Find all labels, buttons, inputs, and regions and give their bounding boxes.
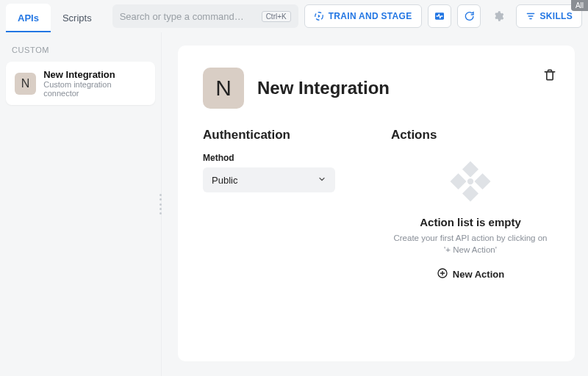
svg-point-2	[467, 178, 473, 184]
new-action-button[interactable]: New Action	[437, 267, 504, 281]
chat-button[interactable]	[457, 4, 481, 28]
new-action-label: New Action	[453, 269, 504, 280]
search-box[interactable]: Ctrl+K	[112, 4, 298, 28]
train-and-stage-label: TRAIN AND STAGE	[329, 11, 412, 21]
empty-subtitle: Create your first API action by clicking…	[391, 233, 550, 256]
sidebar: CUSTOM N New Integration Custom integrat…	[0, 32, 162, 376]
skills-label: SKILLS	[540, 11, 573, 21]
corner-tag: All	[571, 0, 588, 11]
panel-header: N New Integration	[203, 68, 550, 109]
activity-button[interactable]	[428, 4, 451, 28]
sidebar-item-new-integration[interactable]: N New Integration Custom integration con…	[6, 62, 155, 105]
search-shortcut: Ctrl+K	[262, 11, 291, 22]
topbar: APIs Scripts Ctrl+K TRAIN AND STAGE SKIL…	[0, 0, 588, 32]
method-label: Method	[203, 153, 362, 163]
train-and-stage-button[interactable]: TRAIN AND STAGE	[304, 4, 422, 28]
delete-button[interactable]	[539, 65, 560, 85]
sidebar-item-subtitle: Custom integration connector	[43, 80, 146, 98]
main-content: N New Integration Authentication Method …	[162, 32, 588, 376]
sidebar-section-custom: CUSTOM	[6, 43, 155, 62]
plus-circle-icon	[437, 267, 448, 281]
actions-heading: Actions	[391, 128, 550, 142]
empty-actions-icon	[446, 157, 495, 206]
tabs: APIs Scripts	[6, 0, 104, 32]
sidebar-resize-handle[interactable]	[159, 194, 162, 214]
tab-scripts[interactable]: Scripts	[51, 4, 104, 32]
tab-apis[interactable]: APIs	[6, 4, 51, 32]
actions-column: Actions Action list is empty Create your…	[391, 128, 550, 281]
actions-empty-state: Action list is empty Create your first A…	[391, 153, 550, 281]
method-select[interactable]: Public	[203, 167, 335, 192]
deploy-icon	[314, 11, 324, 21]
chevron-down-icon	[318, 175, 326, 186]
empty-title: Action list is empty	[420, 216, 521, 228]
integration-large-avatar: N	[203, 68, 244, 109]
authentication-column: Authentication Method Public	[203, 128, 362, 281]
auth-heading: Authentication	[203, 128, 362, 142]
sidebar-item-title: New Integration	[43, 69, 146, 80]
integration-panel: N New Integration Authentication Method …	[178, 46, 575, 361]
filter-icon	[526, 11, 536, 21]
settings-button[interactable]	[487, 4, 510, 28]
search-input[interactable]	[120, 11, 256, 22]
page-title: New Integration	[257, 78, 390, 98]
method-value: Public	[212, 175, 237, 186]
integration-avatar: N	[15, 73, 36, 95]
